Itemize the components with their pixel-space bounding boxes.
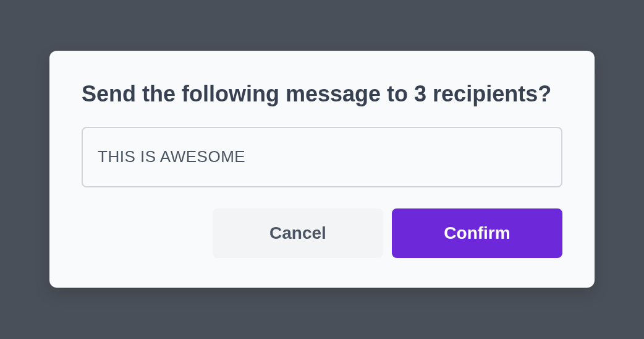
cancel-button[interactable]: Cancel [213, 208, 383, 258]
confirmation-dialog: Send the following message to 3 recipien… [49, 51, 595, 288]
dialog-button-row: Cancel Confirm [82, 208, 562, 258]
message-preview[interactable] [82, 127, 562, 187]
confirm-button[interactable]: Confirm [392, 208, 562, 258]
dialog-title: Send the following message to 3 recipien… [82, 80, 562, 107]
